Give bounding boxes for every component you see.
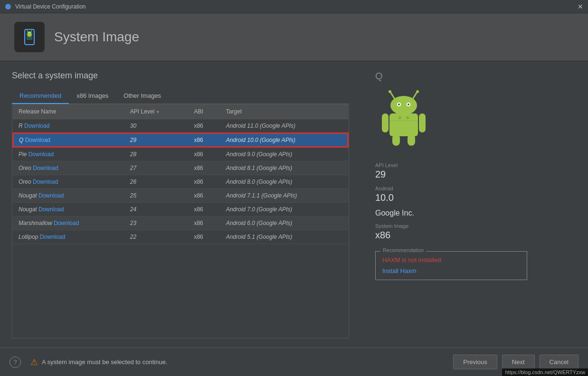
url-bar: https://blog.csdn.net/QWERTYzxw — [502, 368, 588, 376]
cell-target: Android 7.0 (Google APIs) — [220, 203, 348, 216]
warning-text: A system image must be selected to conti… — [42, 358, 167, 366]
android-label: Android — [375, 186, 414, 191]
table-row[interactable]: R Download30x86Android 11.0 (Google APIs… — [13, 119, 348, 133]
svg-point-13 — [389, 90, 391, 93]
svg-point-20 — [408, 103, 409, 105]
cell-target: Android 11.0 (Google APIs) — [220, 119, 348, 133]
main-content: Select a system image Recommended x86 Im… — [0, 61, 588, 348]
next-button[interactable]: Next — [502, 355, 535, 369]
cell-api: 30 — [124, 119, 189, 133]
system-image-value: x86 — [375, 230, 414, 241]
svg-point-15 — [416, 90, 419, 93]
col-target: Target — [220, 104, 348, 119]
table-row[interactable]: Nougat Download24x86Android 7.0 (Google … — [13, 203, 348, 216]
download-link[interactable]: Download — [54, 220, 79, 226]
col-api[interactable]: API Level — [124, 104, 189, 119]
cell-abi: x86 — [188, 147, 220, 161]
warning-icon: ⚠ — [30, 357, 38, 367]
recommendation-label: Recommendation — [380, 247, 426, 253]
cell-release: Q Download — [13, 133, 124, 147]
cell-api: 23 — [124, 216, 189, 230]
svg-line-14 — [412, 92, 417, 100]
page-title: System Image — [54, 29, 139, 45]
previous-button[interactable]: Previous — [453, 355, 497, 369]
download-link[interactable]: Download — [25, 137, 50, 143]
cell-api: 25 — [124, 189, 189, 203]
col-release: Release Name — [13, 104, 124, 119]
cell-release: Pie Download — [13, 147, 124, 161]
download-link[interactable]: Download — [28, 151, 54, 158]
svg-point-8 — [30, 32, 31, 33]
col-abi: ABI — [188, 104, 220, 119]
table-row[interactable]: Marshmallow Download23x86Android 6.0 (Go… — [13, 216, 348, 230]
cell-release: Nougat Download — [13, 203, 124, 216]
cell-abi: x86 — [188, 161, 220, 175]
recommendation-box: Recommendation HAXM is not installed. In… — [375, 251, 527, 280]
cell-api: 26 — [124, 175, 189, 189]
cell-release: Nougat Download — [13, 189, 124, 203]
image-info: API Level 29 Android 10.0 Google Inc. Sy… — [375, 162, 414, 246]
cell-target: Android 10.0 (Google APIs) — [220, 133, 348, 147]
cell-abi: x86 — [188, 189, 220, 203]
cell-abi: x86 — [188, 119, 220, 133]
cell-release: Oreo Download — [13, 175, 124, 189]
system-image-table: Release Name API Level ABI Target R Down… — [12, 104, 349, 338]
svg-point-28 — [406, 116, 409, 119]
svg-rect-23 — [419, 113, 426, 132]
table-row[interactable]: Nougat Download25x86Android 7.1.1 (Googl… — [13, 189, 348, 203]
download-link[interactable]: Download — [40, 234, 65, 240]
download-link[interactable]: Download — [38, 192, 64, 199]
svg-point-16 — [390, 96, 417, 115]
cancel-button[interactable]: Cancel — [540, 355, 579, 369]
svg-rect-9 — [28, 34, 31, 37]
cell-abi: x86 — [188, 230, 220, 244]
tab-recommended[interactable]: Recommended — [12, 88, 69, 104]
cell-api: 28 — [124, 147, 189, 161]
cell-target: Android 5.1 (Google APIs) — [220, 230, 348, 244]
table-row[interactable]: Lollipop Download22x86Android 5.1 (Googl… — [13, 230, 348, 244]
title-bar: Virtual Device Configuration ✕ — [0, 0, 588, 13]
bottom-buttons: Previous Next Cancel — [453, 355, 579, 369]
android-version-letter: Q — [375, 71, 383, 82]
header: System Image — [0, 13, 588, 61]
cell-abi: x86 — [188, 216, 220, 230]
cell-target: Android 8.1 (Google APIs) — [220, 161, 348, 175]
svg-line-6 — [31, 30, 32, 31]
table-row[interactable]: Pie Download28x86Android 9.0 (Google API… — [13, 147, 348, 161]
right-panel: Q — [361, 61, 588, 348]
cell-api: 27 — [124, 161, 189, 175]
close-icon[interactable]: ✕ — [578, 3, 583, 10]
install-haxm-link[interactable]: Install Haxm — [382, 267, 417, 274]
cell-abi: x86 — [188, 175, 220, 189]
tabs: Recommended x86 Images Other Images — [12, 88, 349, 104]
cell-target: Android 7.1.1 (Google APIs) — [220, 189, 348, 203]
cell-release: Lollipop Download — [13, 230, 124, 244]
tab-x86images[interactable]: x86 Images — [69, 88, 116, 104]
download-link[interactable]: Download — [33, 179, 58, 185]
tab-otherimages[interactable]: Other Images — [116, 88, 169, 104]
cell-api: 24 — [124, 203, 189, 216]
title-bar-text: Virtual Device Configuration — [15, 3, 86, 10]
cell-release: Marshmallow Download — [13, 216, 124, 230]
table-row[interactable]: Oreo Download27x86Android 8.1 (Google AP… — [13, 161, 348, 175]
svg-rect-22 — [382, 113, 389, 132]
svg-point-0 — [5, 4, 11, 9]
download-link[interactable]: Download — [38, 206, 64, 213]
download-link[interactable]: Download — [33, 165, 58, 171]
svg-point-7 — [28, 32, 29, 33]
header-icon — [14, 22, 45, 52]
table-row[interactable]: Q Download29x86Android 10.0 (Google APIs… — [13, 133, 348, 147]
system-image-label: System Image — [375, 223, 414, 229]
cell-release: Oreo Download — [13, 161, 124, 175]
table-row[interactable]: Oreo Download26x86Android 8.0 (Google AP… — [13, 175, 348, 189]
svg-point-19 — [398, 103, 400, 105]
cell-api: 22 — [124, 230, 189, 244]
cell-target: Android 6.0 (Google APIs) — [220, 216, 348, 230]
download-link[interactable]: Download — [24, 122, 49, 129]
cell-target: Android 9.0 (Google APIs) — [220, 147, 348, 161]
svg-line-5 — [27, 30, 28, 31]
cell-abi: x86 — [188, 203, 220, 216]
help-button[interactable]: ? — [9, 357, 21, 368]
haxm-error-text: HAXM is not installed. — [382, 256, 520, 263]
api-level-value: 29 — [375, 169, 414, 180]
